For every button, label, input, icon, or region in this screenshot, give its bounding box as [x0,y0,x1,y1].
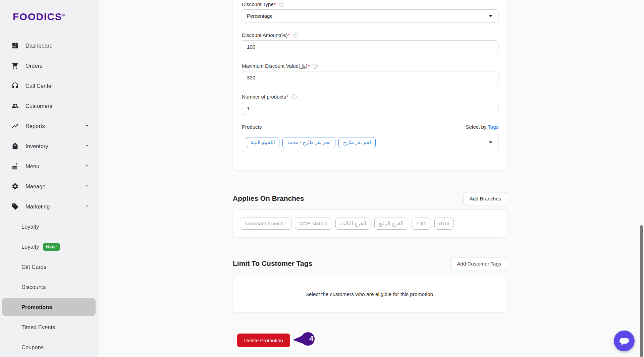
promotion-form-card: Discount Type* i Percentage Discount Amo… [233,0,507,170]
sidebar-item-label: Call Center [25,83,53,89]
scrollbar-thumb[interactable] [640,225,643,357]
sidebar-item-orders[interactable]: Orders [0,56,99,76]
products-row: Products Select by Tags [242,124,498,130]
sidebar-item-customers[interactable]: Customers [0,96,99,116]
chat-widget-button[interactable] [614,331,635,351]
chevron-down-icon [85,143,90,150]
branch-tag[interactable]: الفرع الرابع [374,218,408,230]
new-badge: New! [43,243,60,251]
tags-link[interactable]: Tags [488,124,498,130]
chat-bubble-icon [619,335,630,347]
step-number: 4 [304,335,318,343]
sidebar-nav: Dashboard Orders Call Center Customers R… [0,36,99,357]
num-products-label: Number of products* i [242,94,297,100]
discount-type-value: Percentage [247,13,273,19]
sidebar-item-menu[interactable]: Menu [0,156,99,176]
chevron-down-icon [489,141,492,143]
products-label: Products [242,124,262,130]
sidebar-item-marketing[interactable]: Marketing [0,196,99,217]
discount-amount-input[interactable] [242,40,498,53]
chart-icon [11,122,19,130]
sidebar-item-label: Dashboard [25,43,53,49]
sidebar-item-label: Orders [25,63,42,69]
sidebar-item-label: Timed Events [21,324,55,331]
sidebar-item-label: Loyalty [21,224,39,230]
info-icon[interactable]: i [279,2,284,7]
required-asterisk: * [308,63,310,69]
sidebar-item-label: Gift Cards [21,264,46,270]
gear-icon [11,183,19,190]
sidebar-item-manage[interactable]: Manage [0,176,99,196]
info-icon[interactable]: i [313,64,318,69]
headset-icon [11,82,19,90]
sidebar-item-loyalty-new[interactable]: Loyalty New! [0,237,99,257]
customer-tags-section-header: Limit To Customer Tags Add Customer Tags [233,256,507,271]
bag-icon [11,142,19,150]
required-asterisk: * [288,32,290,38]
sidebar-item-label: Customers [25,103,52,109]
sidebar-item-label: Discounts [21,284,46,290]
branch-tag[interactable]: الفرع الثالث [335,218,371,230]
sidebar: FOODICS® Dashboard Orders Call Center Cu… [0,0,99,357]
sidebar-item-timed-events[interactable]: Timed Events [0,317,99,337]
sidebar-item-promotions[interactable]: Promotions [2,298,96,316]
required-asterisk: * [286,94,288,100]
product-tag[interactable]: لحم بقر طازج [338,137,376,148]
sidebar-item-reports[interactable]: Reports [0,116,99,136]
sidebar-item-label: Reports [25,123,45,129]
sidebar-item-coupons[interactable]: Coupons [0,337,99,357]
foodics-logo[interactable]: FOODICS® [13,11,65,22]
branches-title: Applies On Branches [233,194,304,202]
discount-type-select[interactable]: Percentage [242,9,498,22]
chevron-down-icon [85,183,90,190]
sidebar-item-loyalty[interactable]: Loyalty [0,217,99,237]
sidebar-item-label: Marketing [25,203,50,210]
cart-icon [11,62,19,69]
chevron-down-icon [85,123,90,129]
sidebar-item-dashboard[interactable]: Dashboard [0,36,99,56]
chevron-down-icon [489,15,492,17]
branches-card: dammam branch - COE station الفرع الثالث… [233,210,507,237]
chevron-up-icon [85,203,90,210]
product-tag[interactable]: اللحوم النيئة [246,137,279,148]
sidebar-item-label: Promotions [21,304,52,310]
branch-tag[interactable]: d7m [434,218,454,230]
info-icon[interactable]: i [291,94,297,99]
step-annotation-pointer: 4 [292,332,316,347]
sidebar-item-discounts[interactable]: Discounts [0,277,99,297]
chevron-down-icon [85,163,90,170]
select-by-tags: Select by Tags [466,124,498,130]
discount-amount-label: Discount Amount(%)* i [242,32,298,38]
delete-promotion-button[interactable]: Delete Promotion [237,334,290,347]
num-products-input[interactable] [242,102,498,115]
product-tag[interactable]: لحم بقر طازج - محمد [282,137,335,148]
branch-tag[interactable]: dammam branch - [240,218,291,230]
main-content: Discount Type* i Percentage Discount Amo… [99,0,644,357]
tag-icon [11,203,19,210]
max-discount-label: Maximum Discount Value(﷼)* i [242,63,318,69]
people-icon [11,102,19,110]
food-icon [11,163,19,170]
customer-tags-card: Select the customers who are eligible fo… [233,276,507,313]
sidebar-item-label: Menu [25,163,39,170]
sidebar-item-label: Loyalty [21,244,39,250]
sidebar-item-label: Coupons [21,344,44,351]
add-branches-button[interactable]: Add Branches [464,192,507,205]
sidebar-item-gift-cards[interactable]: Gift Cards [0,257,99,277]
registered-mark: ® [62,13,65,17]
branch-tag[interactable]: COE station [295,218,332,230]
sidebar-item-inventory[interactable]: Inventory [0,136,99,156]
customer-tags-title: Limit To Customer Tags [233,259,312,267]
sidebar-item-call-center[interactable]: Call Center [0,76,99,96]
branches-section-header: Applies On Branches Add Branches [233,191,507,206]
max-discount-input[interactable] [242,71,498,84]
add-customer-tags-button[interactable]: Add Customer Tags [451,257,507,270]
customer-tags-empty-text: Select the customers who are eligible fo… [305,291,434,297]
products-multiselect[interactable]: اللحوم النيئة لحم بقر طازج - محمد لحم بق… [242,133,498,152]
dashboard-icon [11,42,19,49]
info-icon[interactable]: i [293,33,298,38]
branch-tag[interactable]: Fifth [412,218,431,230]
required-asterisk: * [274,1,276,7]
sidebar-item-label: Manage [25,183,46,190]
discount-type-label: Discount Type* i [242,1,284,7]
